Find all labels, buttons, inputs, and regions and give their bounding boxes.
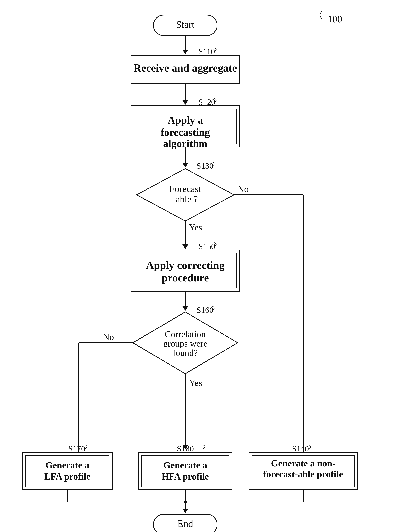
svg-point-43 <box>184 500 187 504</box>
s170-step-label: S170 <box>68 444 85 453</box>
s160-label-line1: Correlation <box>165 329 206 339</box>
s150-label-line1: Apply correcting <box>146 259 224 271</box>
s130-label-line1: Forecast <box>169 184 201 194</box>
yes2-label: Yes <box>189 378 202 388</box>
s110-label: Receive and aggregate <box>134 62 237 74</box>
figure-number: 100 <box>328 14 342 25</box>
s160-label-line3: found? <box>173 348 198 358</box>
s150-step-label: S150 <box>198 242 215 251</box>
s120-label-line2: forecasting <box>161 127 210 138</box>
s160-label-line2: groups were <box>163 338 207 348</box>
s120-step-label: S120 <box>198 98 215 107</box>
s140-label-line1: Generate a non- <box>271 458 335 469</box>
s180-step-label: S180 <box>177 444 194 453</box>
s160-step-label: S160 <box>197 305 213 315</box>
no2-label: No <box>103 332 114 342</box>
s180-label-line1: Generate a <box>163 460 207 470</box>
s150-label-line2: procedure <box>162 272 209 284</box>
s120-label-line1: Apply a <box>168 114 203 126</box>
s170-label-line1: Generate a <box>45 460 89 470</box>
flowchart-diagram: 100 Start S110 Receive and aggregate S12… <box>0 0 402 532</box>
s170-label-line2: LFA profile <box>44 471 91 481</box>
s130-label-line2: -able ? <box>173 194 198 204</box>
yes1-label: Yes <box>189 222 202 232</box>
s140-label-line2: forecast-able profile <box>263 469 343 479</box>
s110-step-label: S110 <box>198 47 215 56</box>
s180-label-line2: HFA profile <box>162 471 209 481</box>
s140-step-label: S140 <box>292 444 309 453</box>
no1-label: No <box>238 184 249 194</box>
start-label: Start <box>176 19 195 30</box>
s130-step-label: S130 <box>197 161 213 171</box>
end-label: End <box>177 518 193 529</box>
